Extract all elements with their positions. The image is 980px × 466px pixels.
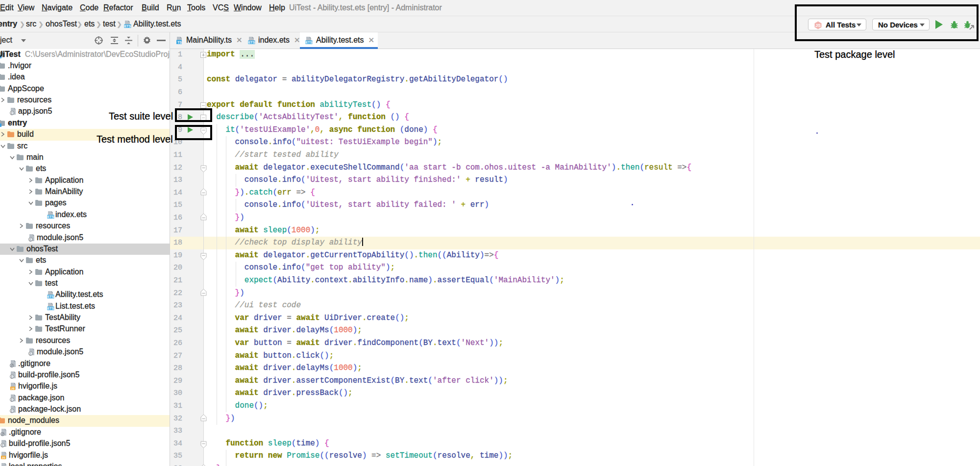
svg-text:JS: JS: [11, 387, 14, 390]
svg-text:JS: JS: [1, 456, 5, 459]
svg-text:TS: TS: [177, 41, 182, 44]
svg-text:{;: {;: [11, 398, 13, 402]
svg-text:{;: {;: [11, 409, 13, 413]
svg-text:ETS: ETS: [48, 307, 54, 310]
svg-text:{;: {;: [11, 375, 13, 379]
svg-text:JS: JS: [815, 23, 821, 28]
svg-text:ETS: ETS: [248, 41, 255, 44]
svg-text:{;: {;: [2, 443, 4, 447]
svg-text:{;: {;: [30, 238, 32, 242]
svg-text:ETS: ETS: [48, 215, 54, 219]
svg-text:{;: {;: [11, 111, 13, 115]
svg-text:ETS: ETS: [48, 295, 54, 298]
svg-text:ETS: ETS: [124, 25, 131, 28]
svg-text:{;: {;: [30, 352, 32, 356]
svg-text:ETS: ETS: [306, 41, 313, 44]
